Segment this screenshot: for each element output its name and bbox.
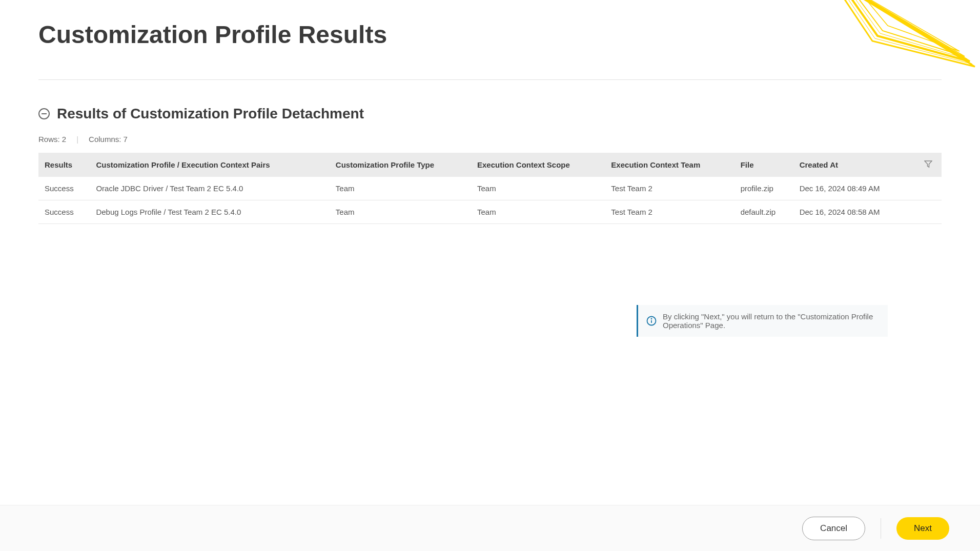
info-text: By clicking "Next," you will return to t… [663,312,880,330]
col-pairs[interactable]: Customization Profile / Execution Contex… [91,153,330,177]
rows-count: Rows: 2 [38,135,66,144]
cell-pair: Debug Logs Profile / Test Team 2 EC 5.4.… [91,200,330,224]
table-row[interactable]: Success Debug Logs Profile / Test Team 2… [38,200,942,224]
columns-count: Columns: 7 [89,135,128,144]
cell-team: Test Team 2 [606,177,735,200]
cell-result: Success [38,200,91,224]
table-row[interactable]: Success Oracle JDBC Driver / Test Team 2… [38,177,942,200]
table-header-row: Results Customization Profile / Executio… [38,153,942,177]
col-team[interactable]: Execution Context Team [606,153,735,177]
info-callout: By clicking "Next," you will return to t… [637,305,888,337]
results-table: Results Customization Profile / Executio… [38,153,942,224]
filter-icon[interactable] [924,160,932,170]
divider [38,79,942,80]
section-title: Results of Customization Profile Detachm… [57,106,364,122]
cell-profile-type: Team [331,177,472,200]
svg-point-2 [651,319,652,319]
cell-created: Dec 16, 2024 08:49 AM [794,177,912,200]
col-results[interactable]: Results [38,153,91,177]
meta-separator: | [76,135,78,144]
collapse-toggle-icon[interactable] [38,108,50,119]
table-meta: Rows: 2 | Columns: 7 [38,135,942,144]
col-created[interactable]: Created At [794,153,912,177]
col-scope[interactable]: Execution Context Scope [472,153,606,177]
col-profile-type[interactable]: Customization Profile Type [331,153,472,177]
cancel-button[interactable]: Cancel [802,517,865,540]
footer-separator [881,518,881,539]
cell-created: Dec 16, 2024 08:58 AM [794,200,912,224]
cell-result: Success [38,177,91,200]
footer-bar: Cancel Next [0,505,980,551]
page-title: Customization Profile Results [38,21,942,49]
cell-team: Test Team 2 [606,200,735,224]
next-button[interactable]: Next [896,517,949,540]
cell-pair: Oracle JDBC Driver / Test Team 2 EC 5.4.… [91,177,330,200]
info-icon [646,316,657,326]
cell-scope: Team [472,177,606,200]
cell-file: profile.zip [736,177,794,200]
cell-file: default.zip [736,200,794,224]
col-file[interactable]: File [736,153,794,177]
cell-scope: Team [472,200,606,224]
cell-profile-type: Team [331,200,472,224]
